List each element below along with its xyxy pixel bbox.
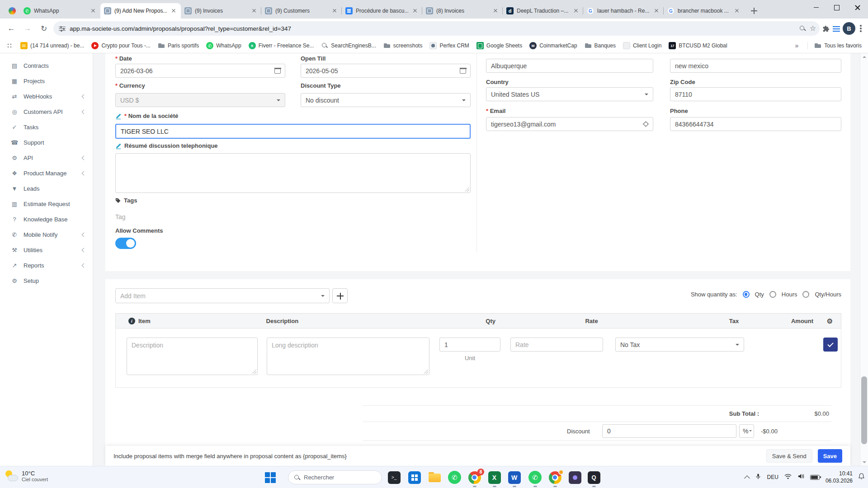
extensions-puzzle-icon[interactable] [822,25,830,33]
site-settings-icon[interactable] [59,26,66,32]
country-select[interactable]: United States US [486,87,653,101]
bookmark-item[interactable]: Perfex CRM [429,42,469,49]
tab-close-icon[interactable] [733,7,741,14]
tab-close-icon[interactable] [572,7,580,14]
weather-widget[interactable]: 10°C Ciel couvert [5,469,48,483]
tab-close-icon[interactable] [653,7,660,14]
item-long-description-textarea[interactable]: Long description [267,338,429,375]
bookmark-item[interactable]: screenshots [383,42,423,49]
notifications-bell-icon[interactable] [859,473,864,482]
date-input[interactable]: 2026-03-06 [115,64,285,78]
window-maximize-button[interactable] [826,0,847,15]
zip-input[interactable]: 87110 [670,87,841,101]
hours-radio[interactable] [769,291,776,298]
pinned-tab[interactable] [5,3,20,19]
browser-tab[interactable]: (9) Invoices [181,3,261,19]
email-input[interactable]: tigerseo13@gmail.com [486,117,653,131]
sidebar-item[interactable]: ▤ Contracts [0,58,93,73]
browser-tab[interactable]: WhatsApp [20,3,100,19]
bookmark-item[interactable]: Google Sheets [476,42,522,49]
bookmark-star-icon[interactable] [810,25,816,32]
item-rate-input[interactable]: Rate [510,338,603,352]
browser-tab[interactable]: (8) Invoices [422,3,503,19]
tab-close-icon[interactable] [492,7,499,14]
calendar-icon[interactable] [460,68,466,74]
new-tab-button[interactable] [748,5,760,17]
taskbar-app-dark[interactable] [568,470,582,484]
bookmark-item[interactable]: BTCUSD M2 Global [669,42,727,49]
window-minimize-button[interactable] [806,0,826,15]
apps-grid-icon[interactable] [6,42,13,49]
confirm-item-button[interactable] [823,338,838,352]
all-bookmarks-button[interactable]: Tous les favoris [807,42,862,49]
tab-close-icon[interactable] [411,7,419,14]
bookmark-item[interactable]: Fiverr - Freelance Se... [249,42,314,49]
item-description-textarea[interactable]: Description [127,338,258,375]
save-and-send-button[interactable]: Save & Send [766,449,812,463]
sidebar-item[interactable]: ↗ Reports [0,258,93,273]
browser-tab[interactable]: DeepL Traduction –... [503,3,583,19]
tab-close-icon[interactable] [331,7,338,14]
tab-close-icon[interactable] [90,7,97,14]
url-text[interactable]: app.ma-societe-us.com/admin/proposals/pr… [70,25,795,32]
discount-unit-select[interactable]: % [739,424,754,438]
profile-avatar[interactable]: B [843,22,855,35]
tab-close-icon[interactable] [250,7,258,14]
taskbar-app-chrome[interactable]: 8 [467,470,481,484]
taskbar-app-whatsapp-2[interactable] [528,470,542,484]
taskbar-app-terminal[interactable] [387,470,401,484]
city-input[interactable]: Albuquerque [486,59,653,73]
discount-input[interactable]: 0 [602,424,736,438]
microphone-icon[interactable] [755,473,761,482]
sidebar-item[interactable]: ⚒ Utilities [0,242,93,258]
item-tax-select[interactable]: No Tax [615,338,744,352]
sidebar-item[interactable]: ☎ Support [0,135,93,150]
bookmark-item[interactable]: Crypto pour Tous -... [91,42,151,49]
browser-tab[interactable]: brancher macbook ... [664,3,744,19]
taskbar-app-whatsapp[interactable] [448,470,462,484]
scrollbar-thumb[interactable] [861,376,867,444]
sidebar-item[interactable]: ▦ Projects [0,73,93,89]
bookmark-item[interactable]: SearchEnginesB... [321,42,376,49]
sidebar-item[interactable]: ? Knowledge Base [0,211,93,227]
sidebar-item[interactable]: ✆ Mobile Notify [0,227,93,242]
bookmark-item[interactable]: (14 714 unread) - be... [20,42,84,49]
taskbar-app-explorer[interactable] [428,470,442,484]
company-name-input[interactable]: TIGER SEO LLC [115,124,471,139]
bookmarks-overflow-chevron[interactable]: » [793,42,801,49]
taskbar-search[interactable]: Rechercher [288,470,382,484]
taskbar-app-store[interactable] [407,470,421,484]
start-button[interactable] [264,472,276,483]
browser-tab[interactable]: (9) Customers [261,3,342,19]
taskbar-app-word[interactable] [507,470,521,484]
sidebar-item[interactable]: ⚙ Setup [0,273,93,288]
sidebar-item[interactable]: ⚙ API [0,150,93,165]
forward-icon[interactable]: → [21,22,34,35]
summary-textarea[interactable] [115,153,471,193]
discount-type-select[interactable]: No discount [301,93,471,107]
bookmark-item[interactable]: Paris sportifs [158,42,199,49]
tags-input[interactable]: Tag [115,211,471,223]
taskbar-app-excel[interactable] [487,470,501,484]
save-button[interactable]: Save [818,449,842,463]
bookmark-item[interactable]: CoinmarketCap [529,42,577,49]
state-input[interactable]: new mexico [670,59,841,73]
wifi-icon[interactable] [784,473,792,481]
volume-icon[interactable] [797,473,804,481]
table-settings-gear-icon[interactable] [827,318,833,324]
window-close-button[interactable] [847,0,868,15]
tab-close-icon[interactable] [170,7,177,14]
page-scrollbar[interactable] [860,53,868,466]
browser-tab[interactable]: lauer hambach - Re... [583,3,664,19]
sidebar-item[interactable]: ▥ Estimate Request [0,196,93,211]
sidebar-item[interactable]: ❖ Product Manage [0,165,93,181]
taskbar-app-chrome-2[interactable] [548,470,562,484]
bookmark-item[interactable]: Banques [585,42,616,49]
sidebar-item[interactable]: ⇄ WebHooks [0,89,93,104]
taskbar-clock[interactable]: 10:41 06.03.2026 [826,470,853,484]
scroll-up-arrow[interactable] [860,53,868,61]
calendar-icon[interactable] [274,68,281,74]
open-till-input[interactable]: 2026-05-05 [301,64,471,78]
sidebar-item[interactable]: ✓ Tasks [0,119,93,135]
add-item-plus-button[interactable] [332,288,348,303]
